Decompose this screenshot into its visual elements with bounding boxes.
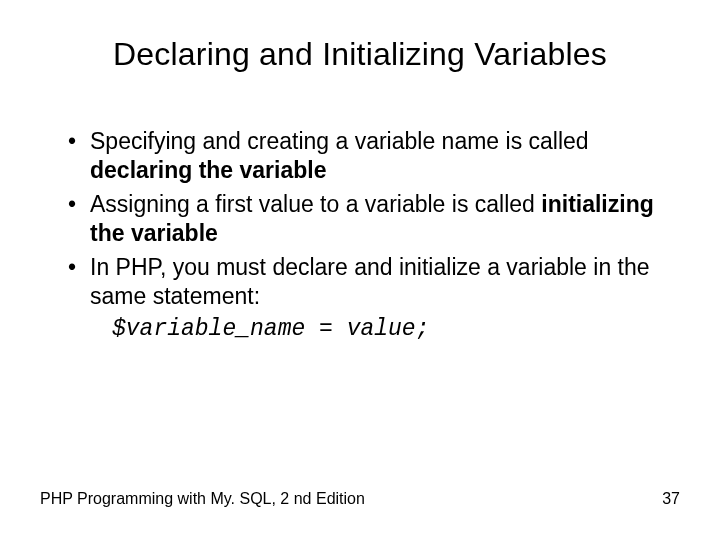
- slide-title: Declaring and Initializing Variables: [40, 36, 680, 73]
- bullet-text: In PHP, you must declare and initialize …: [90, 254, 650, 309]
- bullet-text: Specifying and creating a variable name …: [90, 128, 589, 154]
- list-item: Specifying and creating a variable name …: [68, 127, 680, 186]
- page-number: 37: [662, 490, 680, 508]
- bullet-list: Specifying and creating a variable name …: [40, 127, 680, 312]
- footer: PHP Programming with My. SQL, 2 nd Editi…: [40, 490, 680, 508]
- list-item: In PHP, you must declare and initialize …: [68, 253, 680, 312]
- code-example: $variable_name = value;: [112, 316, 680, 342]
- list-item: Assigning a first value to a variable is…: [68, 190, 680, 249]
- footer-source: PHP Programming with My. SQL, 2 nd Editi…: [40, 490, 365, 508]
- bullet-text: Assigning a first value to a variable is…: [90, 191, 541, 217]
- slide: Declaring and Initializing Variables Spe…: [0, 0, 720, 540]
- bullet-bold: declaring the variable: [90, 157, 326, 183]
